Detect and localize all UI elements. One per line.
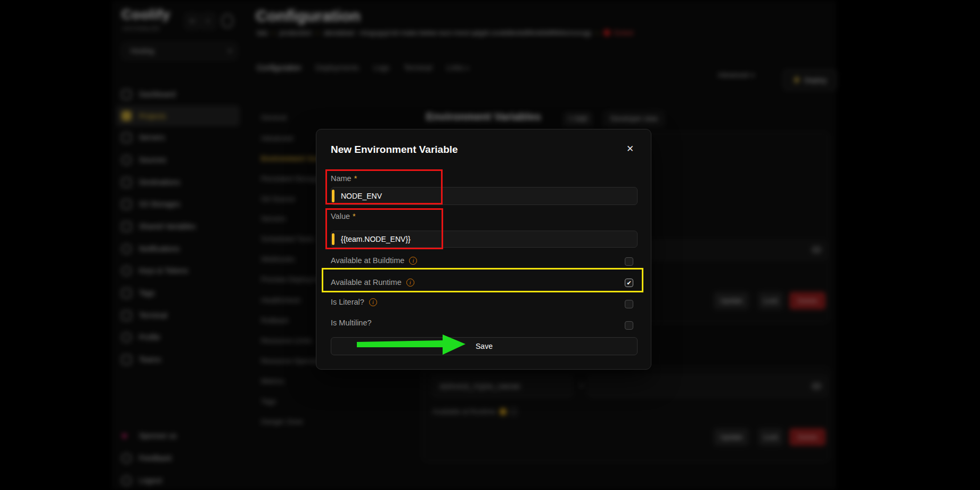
value-input[interactable]: {{team.NODE_ENV}} <box>331 231 638 248</box>
required-star: * <box>353 212 356 220</box>
screen: Coolify v4.0.0-beta.323 ⌘ K Hosting ▾ Da… <box>0 0 980 490</box>
buildtime-checkbox[interactable] <box>625 257 633 266</box>
info-icon[interactable] <box>369 298 377 306</box>
multiline-label: Is Multiline? <box>331 318 372 327</box>
multiline-label-text: Is Multiline? <box>331 318 372 327</box>
save-label: Save <box>476 342 493 350</box>
modal-title: New Environment Variable <box>331 144 458 156</box>
name-input[interactable]: NODE_ENV <box>331 187 638 205</box>
required-star: * <box>354 174 357 183</box>
runtime-checkbox[interactable] <box>625 279 633 287</box>
save-button[interactable]: Save <box>331 337 638 355</box>
value-input-value: {{team.NODE_ENV}} <box>341 235 411 243</box>
runtime-label: Available at Runtime <box>331 278 414 287</box>
name-label-text: Name <box>331 174 352 183</box>
runtime-label-text: Available at Runtime <box>331 278 402 287</box>
close-icon[interactable] <box>624 143 636 155</box>
info-icon[interactable] <box>409 257 417 265</box>
new-environment-variable-modal: New Environment Variable Name* NODE_ENV … <box>316 129 651 370</box>
buildtime-label-text: Available at Buildtime <box>331 256 404 265</box>
literal-label: Is Literal? <box>331 298 377 306</box>
value-label-text: Value <box>331 212 350 220</box>
name-input-value: NODE_ENV <box>341 192 382 200</box>
multiline-checkbox[interactable] <box>625 321 633 330</box>
name-field-label: Name* <box>331 174 357 183</box>
info-icon[interactable] <box>406 279 414 287</box>
buildtime-label: Available at Buildtime <box>331 256 417 265</box>
literal-label-text: Is Literal? <box>331 298 364 306</box>
literal-checkbox[interactable] <box>625 300 633 308</box>
value-field-label: Value* <box>331 212 356 220</box>
